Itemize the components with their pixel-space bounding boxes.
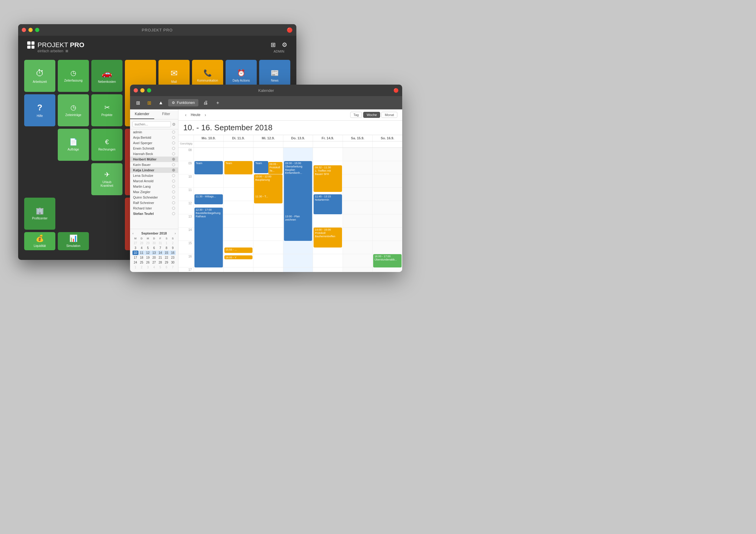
mini-day[interactable]: 21 bbox=[157, 255, 163, 260]
mini-day[interactable]: 5 bbox=[145, 246, 151, 250]
mini-day[interactable]: 11 bbox=[139, 250, 145, 255]
tile-hilfe[interactable]: ? Hilfe bbox=[24, 94, 55, 126]
person-katja[interactable]: Katja Lindner bbox=[130, 167, 178, 173]
mini-day[interactable]: 14 bbox=[157, 250, 163, 255]
event-so-ueberstunden[interactable]: 16:00 - 17:00Überstundenabb... bbox=[373, 254, 402, 267]
mini-day[interactable]: 5 bbox=[157, 265, 163, 269]
mini-day[interactable]: 25 bbox=[139, 260, 145, 265]
event-fr-protokoll[interactable]: 14:00 - 15:00ProtokollBauherrentreffen bbox=[313, 228, 342, 247]
tile-rechnungen[interactable]: € Rechnungen bbox=[91, 129, 122, 161]
person-erwin[interactable]: Erwin Schmidt bbox=[130, 146, 178, 151]
mini-day[interactable]: 23 bbox=[170, 255, 176, 260]
toolbar-up-btn[interactable]: ▲ bbox=[156, 99, 166, 107]
search-input[interactable] bbox=[132, 121, 171, 127]
mini-day[interactable]: 28 bbox=[139, 241, 145, 245]
mini-cal-next[interactable]: › bbox=[175, 232, 176, 235]
event-fr-treffen[interactable]: 09:32 - 11:301. Treffen mitBauerr 5FH bbox=[313, 165, 342, 192]
mini-day[interactable]: 29 bbox=[145, 241, 151, 245]
person-martin[interactable]: Martin Lang bbox=[130, 184, 178, 189]
event-di-1605[interactable]: 16:05 - Y bbox=[224, 255, 253, 259]
mini-day[interactable]: 20 bbox=[151, 255, 157, 260]
tab-filter[interactable]: Filter bbox=[154, 109, 178, 119]
toolbar-add-btn[interactable]: ＋ bbox=[213, 98, 223, 107]
mini-day[interactable]: 3 bbox=[145, 265, 151, 269]
mini-day[interactable]: 3 bbox=[132, 246, 139, 250]
tile-auftraege[interactable]: 📄 Aufträge bbox=[58, 129, 89, 161]
mini-day[interactable]: 12 bbox=[145, 250, 151, 255]
tab-kalender[interactable]: Kalender bbox=[130, 109, 154, 119]
toolbar-funktionen-btn[interactable]: ⚙ Funktionen bbox=[168, 99, 198, 106]
mini-day[interactable]: 24 bbox=[132, 260, 139, 265]
event-fr-notar[interactable]: 11:45 - 13:15Notartermin bbox=[313, 194, 342, 214]
minimize-button[interactable] bbox=[28, 28, 33, 32]
tile-liquiditaet[interactable]: 💰 Liquidität bbox=[24, 232, 55, 250]
event-mo-team[interactable]: Team bbox=[195, 161, 223, 174]
today-btn[interactable]: Heute bbox=[191, 113, 201, 117]
mini-cal-prev[interactable]: ‹ bbox=[132, 232, 133, 235]
toolbar-grid-btn[interactable]: ⊞ bbox=[134, 99, 143, 107]
person-max[interactable]: Max Ziegler bbox=[130, 189, 178, 195]
person-lena[interactable]: Lena Schulze bbox=[130, 173, 178, 178]
person-richard[interactable]: Richard Ister bbox=[130, 206, 178, 211]
event-mi-1130[interactable]: 11:30 - T... bbox=[254, 194, 283, 203]
close-button[interactable] bbox=[22, 28, 26, 32]
toolbar-orange-btn[interactable]: ⊞ bbox=[145, 99, 154, 107]
mini-day[interactable]: 6 bbox=[164, 265, 170, 269]
toolbar-print-btn[interactable]: 🖨 bbox=[201, 99, 210, 107]
event-di-1555[interactable]: 15:55 - ... bbox=[224, 247, 253, 253]
person-quinn[interactable]: Quinn Schneider bbox=[130, 195, 178, 200]
mini-day[interactable]: 1 bbox=[164, 241, 170, 245]
mini-day[interactable]: 1 bbox=[132, 265, 139, 269]
mini-day[interactable]: 2 bbox=[170, 241, 176, 245]
mini-day[interactable]: 30 bbox=[151, 241, 157, 245]
mini-day[interactable]: 31 bbox=[157, 241, 163, 245]
maximize-button[interactable] bbox=[35, 28, 39, 32]
view-monat-btn[interactable]: Monat bbox=[381, 112, 397, 118]
event-mi-team[interactable]: Team bbox=[254, 161, 268, 173]
person-karin[interactable]: Karin Bauer bbox=[130, 162, 178, 167]
event-di-team[interactable]: Team bbox=[224, 161, 253, 174]
cal-maximize-button[interactable] bbox=[147, 88, 151, 92]
event-do-ueberarbeitung[interactable]: 09:00 - 15:00ÜberarbeitungBauplanEinfami… bbox=[284, 161, 312, 241]
search-gear-icon[interactable]: ⚙ bbox=[172, 122, 176, 127]
tile-arbeitszeit[interactable]: ⏱ Arbeitszeit bbox=[24, 60, 55, 92]
mini-day[interactable]: 7 bbox=[170, 265, 176, 269]
mini-day[interactable]: 28 bbox=[157, 260, 163, 265]
person-ralf[interactable]: Ralf Schreiner bbox=[130, 200, 178, 206]
mini-day[interactable]: 30 bbox=[170, 260, 176, 265]
cal-minimize-button[interactable] bbox=[140, 88, 145, 92]
cal-close-button[interactable] bbox=[134, 88, 138, 92]
mini-day[interactable]: 9 bbox=[170, 246, 176, 250]
mini-day[interactable]: 6 bbox=[151, 246, 157, 250]
person-stefan[interactable]: Stefan Teufel bbox=[130, 211, 178, 216]
mini-day[interactable]: 27 bbox=[132, 241, 139, 245]
person-marcel[interactable]: Marcel Arnold bbox=[130, 178, 178, 184]
mini-day[interactable]: 17 bbox=[132, 255, 139, 260]
person-hannah[interactable]: Hannah Beck bbox=[130, 151, 178, 157]
grid-icon[interactable]: ⊞ bbox=[271, 41, 276, 48]
mini-day-today[interactable]: 10 bbox=[132, 250, 139, 255]
mini-day[interactable]: 8 bbox=[164, 246, 170, 250]
mini-day[interactable]: 2 bbox=[139, 265, 145, 269]
mini-day[interactable]: 22 bbox=[164, 255, 170, 260]
person-heribert[interactable]: Heribert Müller bbox=[130, 157, 178, 162]
mini-day[interactable]: 26 bbox=[145, 260, 151, 265]
mini-day[interactable]: 27 bbox=[151, 260, 157, 265]
mini-day[interactable]: 15 bbox=[164, 250, 170, 255]
tile-projekte[interactable]: ✂ Projekte bbox=[91, 94, 122, 126]
tile-urlaub[interactable]: ✈ Urlaub Krankheit bbox=[91, 163, 122, 195]
event-do-plan[interactable]: 13:00 - Planzeichnen bbox=[284, 214, 312, 228]
tile-simulation[interactable]: 📊 Simulation bbox=[58, 232, 89, 250]
event-mo-mittags[interactable]: 11:30 - Mittags... bbox=[195, 194, 223, 204]
mini-day[interactable]: 18 bbox=[139, 255, 145, 260]
tile-zeiteintraege[interactable]: ◷ Zeiteinträge bbox=[58, 94, 89, 126]
mini-day[interactable]: 13 bbox=[151, 250, 157, 255]
mini-day[interactable]: 7 bbox=[157, 246, 163, 250]
view-tag-btn[interactable]: Tag bbox=[350, 112, 362, 118]
mini-day[interactable]: 16 bbox=[170, 250, 176, 255]
tile-nebenkosten[interactable]: 🚗 Nebenkosten bbox=[91, 60, 122, 92]
prev-week-btn[interactable]: ‹ bbox=[183, 112, 188, 118]
event-mi-protokoll[interactable]: 09:05 - Protokoll Te... bbox=[268, 162, 283, 174]
person-anja[interactable]: Anja Bertold bbox=[130, 135, 178, 140]
view-woche-btn[interactable]: Woche bbox=[363, 112, 380, 118]
